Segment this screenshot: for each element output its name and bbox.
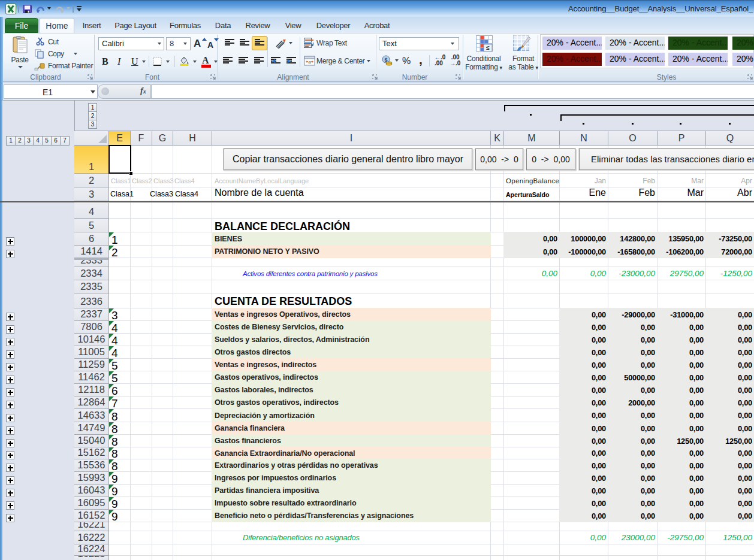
svg-text:≤: ≤ [486, 44, 490, 51]
svg-text:a: a [309, 59, 311, 65]
